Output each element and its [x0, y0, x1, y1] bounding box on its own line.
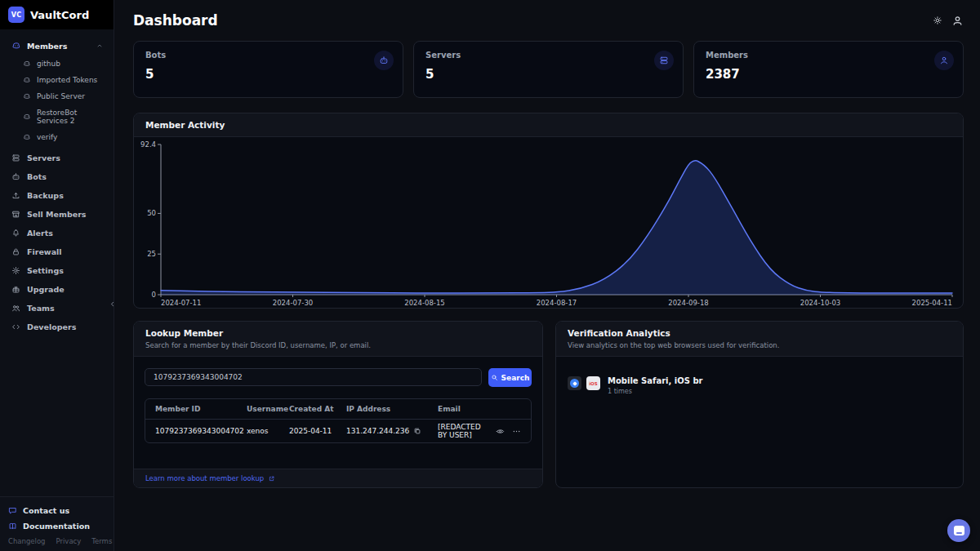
- stats-row: Bots 5 Servers 5 Members 2387: [133, 41, 964, 98]
- verification-subtitle: View analytics on the top web browsers u…: [568, 341, 951, 349]
- bot-icon: [11, 172, 20, 181]
- lookup-title: Lookup Member: [145, 328, 531, 338]
- lookup-member-card: Lookup Member Search for a member by the…: [133, 321, 543, 488]
- search-button-label: Search: [501, 374, 530, 382]
- svg-text:2024-09-18: 2024-09-18: [668, 299, 708, 307]
- sidebar-subitem-github[interactable]: github: [7, 56, 107, 72]
- sidebar-subitem-verify[interactable]: verify: [7, 129, 107, 145]
- verification-header: Verification Analytics View analytics on…: [556, 322, 963, 357]
- theme-toggle-icon[interactable]: [933, 16, 942, 25]
- sidebar-item-alerts[interactable]: Alerts: [7, 224, 107, 242]
- discord-icon: [23, 60, 31, 68]
- table-header-username: Username: [237, 405, 279, 413]
- sidebar-item-settings[interactable]: Settings: [7, 261, 107, 280]
- sidebar-subitem-restorebot-services-2[interactable]: RestoreBot Services 2: [7, 104, 107, 129]
- subitem-label: verify: [37, 133, 57, 141]
- sidebar-items: ServersBotsBackupsSell MembersAlertsFire…: [7, 149, 107, 336]
- sidebar-item-servers[interactable]: Servers: [7, 149, 107, 167]
- svg-text:0: 0: [152, 291, 156, 299]
- footer-item-label: Contact us: [23, 506, 69, 515]
- chart-header: Member Activity: [134, 113, 963, 137]
- ip-address-cell: 131.247.244.236: [336, 427, 428, 435]
- sidebar-item-sell-members[interactable]: Sell Members: [7, 205, 107, 224]
- member-search-input[interactable]: [145, 368, 482, 386]
- code-icon: [11, 322, 20, 331]
- svg-text:2024-07-30: 2024-07-30: [273, 299, 313, 307]
- discord-icon: [23, 113, 31, 121]
- verification-item-label: Mobile Safari, iOS br: [608, 376, 703, 385]
- svg-text:2024-08-15: 2024-08-15: [404, 299, 444, 307]
- sidebar-item-label: Bots: [27, 172, 47, 181]
- svg-text:2025-04-11: 2025-04-11: [912, 299, 952, 307]
- sidebar-item-upgrade[interactable]: Upgrade: [7, 280, 107, 299]
- sidebar-item-label: Firewall: [27, 247, 62, 256]
- profile-icon[interactable]: [951, 15, 964, 27]
- sidebar-item-label: Sell Members: [27, 210, 86, 219]
- copy-icon[interactable]: [413, 427, 421, 435]
- svg-text:92.4: 92.4: [140, 140, 156, 149]
- sidebar-item-label: Developers: [27, 322, 76, 331]
- svg-text:2024-08-17: 2024-08-17: [537, 299, 577, 307]
- sidebar-item-label: Backups: [27, 191, 64, 200]
- stat-value: 2387: [706, 67, 951, 82]
- search-button[interactable]: Search: [488, 368, 532, 387]
- users-icon: [11, 304, 20, 313]
- row-menu-icon[interactable]: [512, 427, 521, 436]
- username-cell: xenos: [237, 427, 279, 435]
- sidebar-item-firewall[interactable]: Firewall: [7, 242, 107, 261]
- discord-icon: [11, 41, 21, 51]
- created-at-cell: 2025-04-11: [279, 427, 336, 435]
- chat-widget-button[interactable]: [947, 519, 970, 542]
- sidebar-member-subitems: githubImported TokensPublic ServerRestor…: [7, 56, 107, 145]
- sidebar-item-bots[interactable]: Bots: [7, 167, 107, 186]
- subitem-label: github: [37, 60, 60, 68]
- stat-value: 5: [425, 67, 671, 82]
- sidebar-subitem-public-server[interactable]: Public Server: [7, 88, 107, 104]
- lookup-subtitle: Search for a member by their Discord ID,…: [145, 341, 531, 349]
- sidebar-item-label: Servers: [27, 153, 60, 162]
- member-activity-card: Member Activity 0255092.42024-07-112024-…: [133, 113, 964, 309]
- sidebar-item-label: Teams: [27, 304, 55, 313]
- eye-icon[interactable]: [496, 427, 505, 436]
- verification-item-count: 1 times: [608, 388, 703, 395]
- stat-value: 5: [145, 67, 391, 82]
- discord-icon: [23, 76, 31, 84]
- svg-text:50: 50: [147, 209, 156, 217]
- server-icon: [654, 51, 674, 70]
- sidebar-collapse-icon[interactable]: [108, 296, 114, 312]
- sidebar-group-members[interactable]: Members: [7, 38, 107, 56]
- brand-logo-icon: VC: [8, 7, 24, 23]
- table-row: 1079237369343004702xenos2025-04-11131.24…: [145, 420, 531, 442]
- sidebar-item-teams[interactable]: Teams: [7, 299, 107, 318]
- book-icon: [8, 522, 17, 531]
- subitem-label: Public Server: [37, 92, 85, 100]
- subitem-label: RestoreBot Services 2: [37, 109, 104, 125]
- stat-card-bots: Bots 5: [133, 41, 403, 98]
- bot-icon: [374, 51, 394, 70]
- stat-card-members: Members 2387: [693, 41, 964, 98]
- servers-icon: [11, 153, 20, 162]
- legal-link-changelog[interactable]: Changelog: [8, 537, 46, 545]
- footer-item-documentation[interactable]: Documentation: [8, 518, 105, 534]
- chevron-up-icon[interactable]: [96, 42, 104, 50]
- sidebar-item-label: Settings: [27, 266, 64, 275]
- lookup-footer-link[interactable]: Learn more about member lookup: [134, 469, 542, 487]
- svg-text:2024-10-03: 2024-10-03: [800, 299, 840, 307]
- sidebar-item-developers[interactable]: Developers: [7, 318, 107, 336]
- footer-item-contact-us[interactable]: Contact us: [8, 503, 105, 518]
- topbar: Dashboard: [114, 0, 980, 41]
- table-header-member-id: Member ID: [145, 405, 237, 413]
- brand[interactable]: VC VaultCord: [0, 0, 114, 29]
- ios-icon: iOS: [586, 376, 600, 390]
- svg-text:25: 25: [147, 250, 156, 258]
- stat-card-servers: Servers 5: [413, 41, 684, 98]
- user-icon: [934, 51, 954, 70]
- table-header-created-at: Created At: [279, 405, 336, 413]
- sidebar-item-backups[interactable]: Backups: [7, 186, 107, 205]
- svg-text:2024-07-11: 2024-07-11: [161, 299, 201, 307]
- sidebar-subitem-imported-tokens[interactable]: Imported Tokens: [7, 72, 107, 88]
- legal-link-privacy[interactable]: Privacy: [56, 537, 82, 545]
- sidebar-item-label: Alerts: [27, 229, 53, 238]
- legal-link-terms[interactable]: Terms: [91, 537, 112, 545]
- discord-icon: [23, 92, 31, 100]
